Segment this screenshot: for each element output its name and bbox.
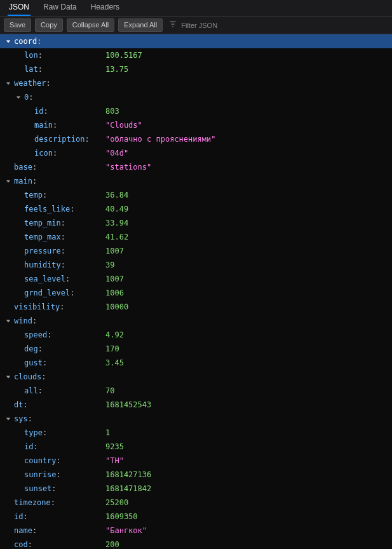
json-row-type[interactable]: type:1 (0, 426, 392, 440)
json-row-description[interactable]: description:"облачно с прояснениями" (0, 132, 392, 146)
json-row-visibility[interactable]: visibility:10000 (0, 300, 392, 314)
expand-toggle-icon[interactable] (15, 94, 22, 100)
tab-headers[interactable]: Headers (90, 0, 121, 16)
json-row-grnd_level[interactable]: grnd_level:1006 (0, 286, 392, 300)
json-row-dt[interactable]: dt:1681452543 (0, 398, 392, 412)
json-key: coord (14, 37, 37, 46)
json-row-base[interactable]: base:"stations" (0, 160, 392, 174)
json-row-timezone[interactable]: timezone:25200 (0, 496, 392, 510)
json-row-id[interactable]: id:9235 (0, 440, 392, 454)
expand-toggle-icon[interactable] (5, 374, 11, 380)
json-row-temp_max[interactable]: temp_max:41.62 (0, 230, 392, 244)
json-row-name[interactable]: name:"Бангкок" (0, 524, 392, 538)
json-row-clouds[interactable]: clouds: (0, 370, 392, 384)
json-key: id (24, 442, 33, 451)
json-row-lat[interactable]: lat:13.75 (0, 62, 392, 76)
json-value: "TH" (105, 456, 124, 465)
collapse-all-button[interactable]: Collapse All (67, 18, 114, 32)
json-key: weather (14, 79, 46, 88)
json-value: 70 (105, 386, 114, 395)
expand-all-button[interactable]: Expand All (118, 18, 163, 32)
json-row-country[interactable]: country:"TH" (0, 454, 392, 468)
colon: : (33, 442, 37, 451)
json-value: 1681471842 (105, 484, 151, 493)
json-key: description (34, 135, 84, 144)
colon: : (43, 428, 47, 437)
json-row-sea_level[interactable]: sea_level:1007 (0, 272, 392, 286)
colon: : (51, 484, 56, 493)
json-value: 200 (105, 540, 119, 549)
json-row-humidity[interactable]: humidity:39 (0, 258, 392, 272)
json-key: all (24, 386, 38, 395)
json-row-id[interactable]: id:803 (0, 104, 392, 118)
colon: : (41, 372, 46, 381)
json-row-cod[interactable]: cod:200 (0, 538, 392, 549)
tab-json[interactable]: JSON (8, 0, 30, 16)
json-row-weather[interactable]: weather: (0, 76, 392, 90)
json-row-sys[interactable]: sys: (0, 412, 392, 426)
json-key: sunset (24, 484, 51, 493)
json-row-coord[interactable]: coord: (0, 34, 392, 48)
json-key: humidity (24, 261, 61, 269)
colon: : (32, 316, 37, 325)
json-value: "stations" (105, 163, 151, 172)
json-key: speed (24, 330, 47, 339)
json-row-feels_like[interactable]: feels_like:40.49 (0, 202, 392, 216)
json-value: "облачно с прояснениями" (105, 135, 215, 144)
filter-json-input[interactable] (180, 21, 269, 30)
colon: : (29, 93, 33, 102)
expand-toggle-icon[interactable] (5, 38, 11, 44)
json-value: "Clouds" (105, 121, 142, 130)
json-key: base (14, 163, 32, 172)
json-value: 36.84 (105, 191, 128, 200)
colon: : (38, 386, 43, 395)
json-value: 1681427136 (105, 470, 151, 479)
colon: : (32, 177, 37, 186)
json-key: id (34, 107, 43, 116)
json-row-temp_min[interactable]: temp_min:33.94 (0, 216, 392, 230)
colon: : (53, 149, 57, 158)
json-value: 40.49 (105, 205, 128, 214)
json-row-lon[interactable]: lon:100.5167 (0, 48, 392, 62)
json-value: 1006 (105, 288, 124, 297)
json-row-all[interactable]: all:70 (0, 384, 392, 398)
json-key: clouds (14, 372, 41, 381)
json-key: sea_level (24, 274, 65, 283)
json-row-temp[interactable]: temp:36.84 (0, 188, 392, 202)
colon: : (60, 302, 64, 311)
colon: : (61, 261, 65, 269)
colon: : (53, 121, 57, 130)
json-tree[interactable]: coord:lon:100.5167lat:13.75weather:0:id:… (0, 34, 392, 549)
json-value: 1681452543 (105, 400, 151, 409)
json-key: lat (24, 65, 38, 74)
json-key: type (24, 428, 43, 437)
json-row-wind[interactable]: wind: (0, 314, 392, 328)
json-row-speed[interactable]: speed:4.92 (0, 328, 392, 342)
filter-wrap (169, 20, 269, 30)
colon: : (84, 135, 89, 144)
json-row-pressure[interactable]: pressure:1007 (0, 244, 392, 258)
json-key: temp_min (24, 219, 61, 227)
colon: : (61, 233, 65, 241)
expand-toggle-icon[interactable] (5, 318, 11, 324)
json-row-0[interactable]: 0: (0, 90, 392, 104)
expand-toggle-icon[interactable] (5, 80, 11, 86)
json-value: 10000 (105, 302, 128, 311)
json-row-main[interactable]: main:"Clouds" (0, 118, 392, 132)
colon: : (61, 219, 65, 227)
json-row-deg[interactable]: deg:170 (0, 342, 392, 356)
tab-raw-data[interactable]: Raw Data (42, 0, 78, 16)
json-row-main[interactable]: main: (0, 174, 392, 188)
json-row-id[interactable]: id:1609350 (0, 510, 392, 524)
copy-button[interactable]: Copy (35, 18, 63, 32)
json-row-sunrise[interactable]: sunrise:1681427136 (0, 468, 392, 482)
json-key: timezone (14, 498, 51, 507)
json-row-icon[interactable]: icon:"04d" (0, 146, 392, 160)
save-button[interactable]: Save (4, 18, 31, 32)
json-row-sunset[interactable]: sunset:1681471842 (0, 482, 392, 496)
json-value: 1609350 (105, 512, 138, 521)
json-row-gust[interactable]: gust:3.45 (0, 356, 392, 370)
colon: : (57, 470, 61, 479)
expand-toggle-icon[interactable] (5, 416, 11, 422)
expand-toggle-icon[interactable] (5, 178, 11, 184)
